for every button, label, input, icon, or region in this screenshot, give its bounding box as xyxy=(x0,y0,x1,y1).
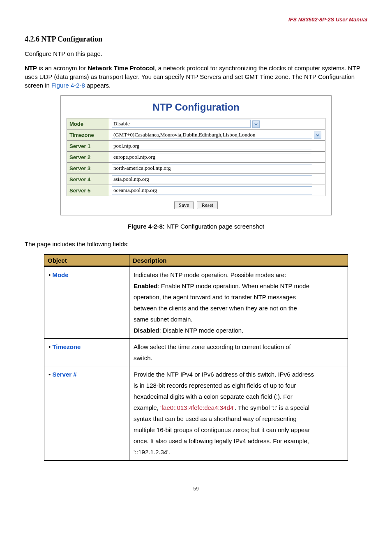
ntp-config-table: Mode Disable Timezone (GMT+0)Casablanca,… xyxy=(67,118,325,196)
table-row: • Mode Indicates the NTP mode operation.… xyxy=(44,266,348,339)
intro-paragraph: Configure NTP on this page. xyxy=(25,49,367,58)
col-object: Object xyxy=(44,255,129,266)
fields-intro: The page includes the following fields: xyxy=(25,240,367,248)
section-heading: 4.2.6 NTP Configuration xyxy=(25,35,367,44)
object-timezone: Timezone xyxy=(52,343,81,350)
mode-row-label: Mode xyxy=(67,118,109,130)
description-table: Object Description • Mode Indicates the … xyxy=(44,254,348,461)
ntp-config-panel: NTP Configuration Mode Disable Timezone … xyxy=(60,95,332,215)
save-button[interactable]: Save xyxy=(174,201,194,209)
table-row: • Timezone Allow select the time zone ac… xyxy=(44,339,348,366)
mode-select[interactable]: Disable xyxy=(112,120,251,128)
timezone-select[interactable]: (GMT+0)Casablanca,Monrovia,Dublin,Edinbu… xyxy=(112,131,312,139)
chevron-down-icon[interactable] xyxy=(314,132,321,139)
object-mode: Mode xyxy=(52,271,68,278)
server3-row-label: Server 3 xyxy=(67,163,109,174)
server4-input[interactable]: asia.pool.ntp.org xyxy=(112,175,312,183)
object-server: Server # xyxy=(52,371,76,378)
table-row: • Server # Provide the NTP IPv4 or IPv6 … xyxy=(44,366,348,461)
server1-row-label: Server 1 xyxy=(67,141,109,152)
server2-row-label: Server 2 xyxy=(67,152,109,163)
server3-input[interactable]: north-america.pool.ntp.org xyxy=(112,164,312,172)
chevron-down-icon[interactable] xyxy=(252,120,260,128)
col-description: Description xyxy=(129,255,348,266)
server1-input[interactable]: pool.ntp.org xyxy=(112,142,312,150)
figure-link: Figure 4-2-8 xyxy=(51,82,85,89)
server5-row-label: Server 5 xyxy=(67,185,109,196)
timezone-row-label: Timezone xyxy=(67,130,109,141)
ntp-expansion: Network Time Protocol xyxy=(88,65,154,72)
server4-row-label: Server 4 xyxy=(67,174,109,185)
page-header: IFS NS3502-8P-2S User Manual xyxy=(25,16,367,23)
example-ipv6: 'fae0::013:4fefe:dea4:34d4' xyxy=(160,404,235,411)
description-paragraph: NTP is an acronym for Network Time Proto… xyxy=(25,64,367,90)
ntp-term: NTP xyxy=(25,65,37,72)
config-title: NTP Configuration xyxy=(67,102,325,113)
figure-caption: Figure 4-2-8: NTP Configuration page scr… xyxy=(25,223,367,230)
server5-input[interactable]: oceania.pool.ntp.org xyxy=(112,186,312,194)
page-number: 59 xyxy=(25,486,367,492)
reset-button[interactable]: Reset xyxy=(197,201,218,209)
server2-input[interactable]: europe.pool.ntp.org xyxy=(112,153,312,161)
